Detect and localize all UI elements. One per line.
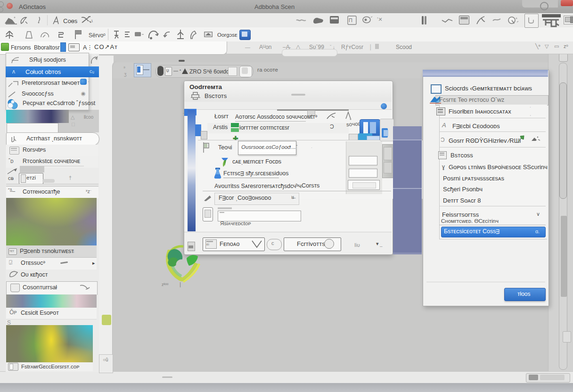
svg-text:П: П: [349, 17, 352, 23]
svg-text:1: 1: [91, 19, 93, 23]
